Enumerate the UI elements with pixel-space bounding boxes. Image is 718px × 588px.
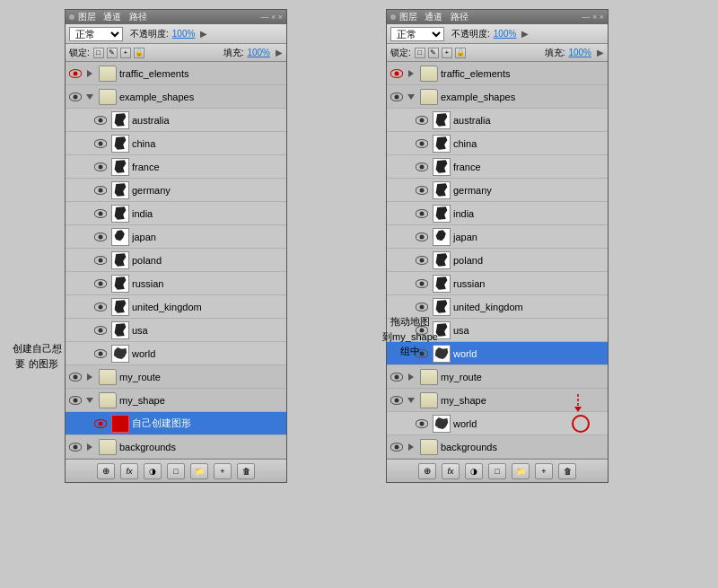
fill-value-left[interactable]: 100% — [247, 48, 270, 57]
layer-russian-right[interactable]: russian — [387, 272, 608, 295]
expand-myshape-right[interactable] — [405, 394, 417, 407]
opacity-value-left[interactable]: 100% — [172, 29, 196, 39]
adjustment-btn-right[interactable]: ◑ — [465, 463, 483, 479]
layer-custom-shape-left[interactable]: 自己创建图形 — [66, 412, 286, 435]
eye-france-left[interactable] — [92, 159, 109, 175]
group-btn-right[interactable]: 📁 — [512, 463, 530, 479]
eye-myroute-left[interactable] — [67, 369, 83, 385]
eye-australia-right[interactable] — [414, 112, 430, 128]
eye-japan-left[interactable] — [92, 229, 109, 245]
eye-china-right[interactable] — [414, 136, 430, 152]
layer-world-copy-right[interactable]: world — [387, 412, 608, 435]
group-btn-left[interactable]: 📁 — [190, 463, 208, 479]
lock-transparent-right[interactable]: □ — [415, 48, 425, 58]
eye-custom-left[interactable] — [92, 416, 109, 432]
layer-backgrounds-left[interactable]: backgrounds — [66, 435, 286, 459]
expand-backgrounds-right[interactable] — [405, 441, 417, 453]
eye-example-right[interactable] — [389, 89, 405, 105]
fill-value-right[interactable]: 100% — [568, 48, 591, 57]
layer-my-route-left[interactable]: my_route — [66, 365, 286, 389]
eye-backgrounds-right[interactable] — [389, 439, 405, 455]
lock-all-left[interactable]: 🔒 — [134, 48, 144, 58]
delete-btn-left[interactable]: 🗑 — [237, 463, 255, 479]
link-layers-btn-right[interactable]: ⊕ — [418, 463, 436, 479]
eye-india-left[interactable] — [92, 206, 109, 222]
opacity-value-right[interactable]: 100% — [494, 29, 517, 39]
eye-example-left[interactable] — [67, 89, 83, 105]
eye-uk-right[interactable] — [414, 299, 430, 315]
eye-germany-left[interactable] — [92, 182, 109, 198]
layer-backgrounds-right[interactable]: backgrounds — [387, 435, 608, 459]
link-layers-btn-left[interactable]: ⊕ — [97, 463, 115, 479]
lock-all-right[interactable]: 🔒 — [455, 48, 466, 58]
expand-example-right[interactable] — [405, 91, 417, 103]
layer-germany-left[interactable]: germany — [66, 179, 286, 202]
expand-traffic-left[interactable] — [83, 67, 96, 80]
layer-japan-left[interactable]: japan — [66, 225, 286, 249]
layer-japan-right[interactable]: japan — [387, 225, 608, 249]
layer-australia-right[interactable]: australia — [387, 109, 608, 132]
eye-china-left[interactable] — [92, 136, 109, 152]
lock-image-left[interactable]: ✎ — [107, 48, 118, 58]
eye-myroute-right[interactable] — [389, 369, 405, 385]
eye-russian-left[interactable] — [92, 276, 109, 292]
layer-china-right[interactable]: china — [387, 132, 608, 155]
eye-backgrounds-left[interactable] — [67, 439, 83, 455]
blend-mode-select-left[interactable]: 正常 — [69, 27, 123, 41]
adjustment-btn-left[interactable]: ◑ — [144, 463, 162, 479]
expand-myroute-right[interactable] — [405, 371, 417, 383]
eye-world-copy-right[interactable] — [414, 416, 430, 432]
lock-position-right[interactable]: + — [442, 48, 452, 58]
layer-traffic-elements-left[interactable]: traffic_elements — [66, 62, 286, 85]
expand-myroute-left[interactable] — [83, 371, 96, 383]
layer-france-right[interactable]: france — [387, 155, 608, 179]
mask-btn-left[interactable]: □ — [167, 463, 185, 479]
fx-btn-right[interactable]: fx — [442, 463, 460, 479]
eye-world-left[interactable] — [92, 346, 109, 362]
eye-japan-right[interactable] — [414, 229, 430, 245]
lock-image-right[interactable]: ✎ — [428, 48, 439, 58]
eye-russian-right[interactable] — [414, 276, 430, 292]
expand-myshape-left[interactable] — [83, 394, 96, 407]
layer-uk-left[interactable]: united_kingdom — [66, 295, 286, 319]
layer-world-left[interactable]: world — [66, 342, 286, 365]
layer-example-shapes-right[interactable]: example_shapes — [387, 85, 608, 109]
eye-uk-left[interactable] — [92, 299, 109, 315]
eye-myshape-right[interactable] — [389, 392, 405, 408]
expand-traffic-right[interactable] — [405, 67, 417, 80]
delete-btn-right[interactable]: 🗑 — [558, 463, 576, 479]
layer-china-left[interactable]: china — [66, 132, 286, 155]
lock-transparent-left[interactable]: □ — [93, 48, 104, 58]
layer-my-shape-left[interactable]: my_shape — [66, 389, 286, 412]
layer-traffic-elements-right[interactable]: traffic_elements — [387, 62, 608, 85]
eye-france-right[interactable] — [414, 159, 430, 175]
layer-poland-left[interactable]: poland — [66, 249, 286, 272]
eye-germany-right[interactable] — [414, 182, 430, 198]
eye-traffic-right[interactable] — [389, 66, 405, 82]
eye-india-right[interactable] — [414, 206, 430, 222]
eye-traffic-left[interactable] — [67, 66, 83, 82]
layer-example-shapes-left[interactable]: example_shapes — [66, 85, 286, 109]
expand-backgrounds-left[interactable] — [83, 441, 96, 453]
layer-russian-left[interactable]: russian — [66, 272, 286, 295]
layer-germany-right[interactable]: germany — [387, 179, 608, 202]
eye-usa-left[interactable] — [92, 322, 109, 338]
eye-australia-left[interactable] — [92, 112, 109, 128]
layer-france-left[interactable]: france — [66, 155, 286, 179]
new-layer-btn-right[interactable]: + — [535, 463, 553, 479]
layer-my-route-right[interactable]: my_route — [387, 365, 608, 389]
new-layer-btn-left[interactable]: + — [214, 463, 232, 479]
layer-usa-left[interactable]: usa — [66, 319, 286, 342]
layer-australia-left[interactable]: australia — [66, 109, 286, 132]
fx-btn-left[interactable]: fx — [120, 463, 138, 479]
eye-poland-left[interactable] — [92, 252, 109, 268]
eye-poland-right[interactable] — [414, 252, 430, 268]
mask-btn-right[interactable]: □ — [488, 463, 506, 479]
eye-myshape-left[interactable] — [67, 392, 83, 408]
expand-example-left[interactable] — [83, 91, 96, 103]
layer-india-left[interactable]: india — [66, 202, 286, 225]
blend-mode-select-right[interactable]: 正常 — [390, 27, 444, 41]
lock-position-left[interactable]: + — [120, 48, 131, 58]
layer-poland-right[interactable]: poland — [387, 249, 608, 272]
layer-india-right[interactable]: india — [387, 202, 608, 225]
